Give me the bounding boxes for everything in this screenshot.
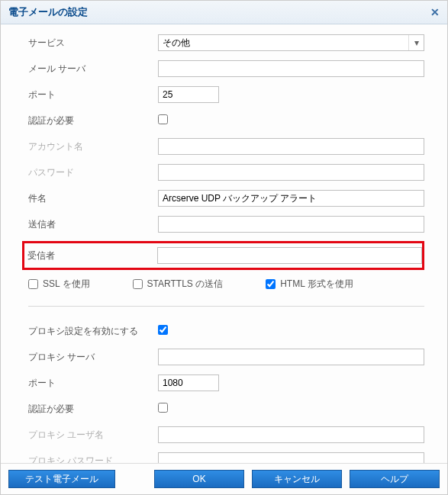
password-label: パスワード (28, 166, 158, 179)
recipients-label: 受信者 (27, 249, 157, 262)
service-select[interactable]: その他 ▾ (158, 34, 424, 51)
proxy-server-label: プロキシ サーバ (28, 351, 158, 364)
account-name-label: アカウント名 (28, 140, 158, 153)
auth-required-label: 認証が必要 (28, 114, 158, 127)
ssl-checkbox[interactable] (28, 279, 38, 289)
starttls-label: STARTTLS の送信 (147, 278, 224, 291)
sender-input[interactable] (158, 216, 424, 233)
dialog-title: 電子メールの設定 (8, 5, 88, 19)
proxy-auth-checkbox[interactable] (158, 403, 168, 413)
ok-button[interactable]: OK (154, 470, 244, 488)
test-email-button[interactable]: テスト電子メール (8, 470, 115, 488)
proxy-user-input[interactable] (158, 426, 424, 443)
starttls-option[interactable]: STARTTLS の送信 (133, 278, 224, 291)
proxy-port-label: ポート (28, 377, 158, 390)
close-icon[interactable]: ✕ (430, 6, 440, 18)
button-bar: テスト電子メール OK キャンセル ヘルプ (1, 463, 447, 494)
help-button[interactable]: ヘルプ (350, 470, 440, 488)
html-format-option[interactable]: HTML 形式を使用 (266, 278, 353, 291)
service-label: サービス (28, 37, 158, 50)
port-input[interactable] (158, 86, 219, 103)
mail-server-input[interactable] (158, 60, 424, 77)
proxy-enable-label: プロキシ設定を有効にする (28, 325, 158, 338)
password-input[interactable] (158, 164, 424, 181)
section-divider (28, 306, 424, 307)
proxy-port-input[interactable] (158, 374, 219, 391)
auth-required-checkbox[interactable] (158, 114, 168, 124)
chevron-down-icon: ▾ (408, 35, 424, 50)
proxy-server-input[interactable] (158, 349, 424, 365)
proxy-password-label: プロキシ パスワード (28, 455, 158, 464)
ssl-label: SSL を使用 (43, 278, 90, 291)
recipients-highlight: 受信者 (22, 241, 424, 270)
proxy-password-input[interactable] (158, 452, 424, 463)
service-value: その他 (163, 37, 190, 50)
mail-server-label: メール サーバ (28, 63, 158, 76)
email-settings-dialog: 電子メールの設定 ✕ サービス その他 ▾ メール サーバ ポート 認証が必要 (0, 0, 448, 495)
subject-label: 件名 (28, 192, 158, 205)
cancel-button[interactable]: キャンセル (252, 470, 342, 488)
html-format-label: HTML 形式を使用 (280, 278, 353, 291)
recipients-input[interactable] (157, 247, 422, 264)
dialog-content: サービス その他 ▾ メール サーバ ポート 認証が必要 アカウント名 (1, 24, 447, 463)
port-label: ポート (28, 88, 158, 101)
sender-label: 送信者 (28, 218, 158, 231)
proxy-auth-label: 認証が必要 (28, 403, 158, 416)
ssl-option[interactable]: SSL を使用 (28, 278, 90, 291)
html-format-checkbox[interactable] (266, 279, 276, 289)
starttls-checkbox[interactable] (133, 279, 143, 289)
subject-input[interactable] (158, 190, 424, 207)
proxy-user-label: プロキシ ユーザ名 (28, 429, 158, 442)
proxy-enable-checkbox[interactable] (158, 325, 168, 335)
account-name-input[interactable] (158, 138, 424, 155)
title-bar: 電子メールの設定 ✕ (1, 1, 447, 24)
